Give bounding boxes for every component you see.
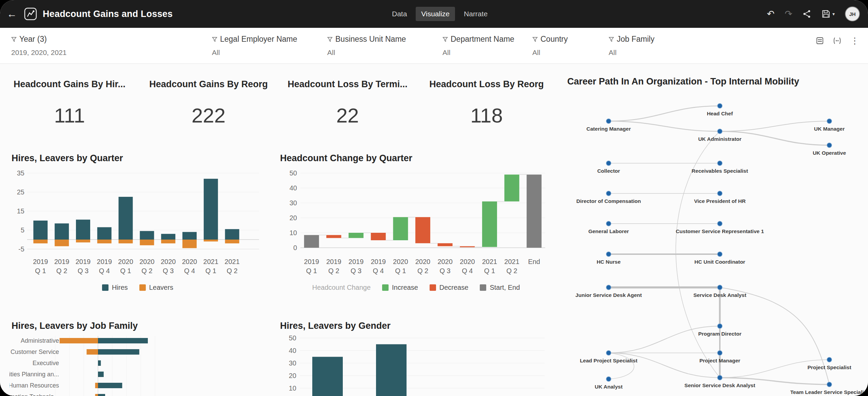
svg-text:UK Administrator: UK Administrator [698,136,742,142]
kpi-loss-by-reorg[interactable]: Headcount Loss By Reorg 118 [417,70,556,140]
chart-hires-leavers-quarter[interactable]: Hires, Leavers by Quarter 3525155-52019Q… [7,150,269,309]
svg-text:UK Operative: UK Operative [813,150,846,156]
svg-text:Information Technolo...: Information Technolo... [9,393,59,396]
dashboard-canvas: Headcount Gains By Hir... 111 Headcount … [0,64,868,396]
chart-title: Hires, Leavers by Quarter [7,150,269,166]
bar-chart[interactable]: 5040302010 [280,333,551,396]
svg-text:Junior Service Desk Agent: Junior Service Desk Agent [575,292,642,298]
filter-menu-icon[interactable]: ⋮ [850,37,859,44]
waterfall-chart[interactable]: 504030201002019Q 12019Q 22019Q 32019Q 42… [280,166,551,281]
redo-icon[interactable]: ↷ [785,8,792,19]
svg-text:15: 15 [17,207,24,215]
filter-legal-employer[interactable]: Legal Employer Name All [212,28,327,63]
filter-label: Year (3) [19,35,47,44]
filter-country[interactable]: Country All [532,28,609,63]
chart-hires-leavers-job-family[interactable]: Hires, Leavers by Job Family Administrat… [7,317,269,396]
legend-label: Increase [392,284,418,291]
svg-text:2019: 2019 [326,258,341,265]
kpi-gains-by-reorg[interactable]: Headcount Gains By Reorg 222 [139,70,278,140]
svg-text:Project Manager: Project Manager [699,358,741,363]
save-button[interactable]: ▾ [822,10,835,18]
filter-value: 2019, 2020, 2021 [11,49,212,57]
filter-bar: Year (3) 2019, 2020, 2021 Legal Employer… [0,28,868,64]
tab-data[interactable]: Data [387,7,412,21]
svg-text:Catering Manager: Catering Manager [587,126,631,132]
chart-title: Hires, Leavers by Gender [275,317,557,333]
filter-value: All [442,49,532,57]
diverging-bar-chart[interactable]: AdministrativeCustomer ServiceExecutiveF… [9,333,266,396]
svg-text:Q 4: Q 4 [373,267,384,275]
svg-text:Head Chef: Head Chef [707,111,733,116]
chart-headcount-change-quarter[interactable]: Headcount Change by Quarter 504030201002… [275,150,557,309]
filter-icon [327,37,333,42]
svg-text:HC Nurse: HC Nurse [597,259,621,265]
svg-text:50: 50 [289,334,296,342]
svg-text:2020: 2020 [415,258,431,265]
back-icon[interactable]: ← [0,8,24,20]
kpi-title: Headcount Gains By Reorg [139,79,278,90]
svg-text:10: 10 [289,384,296,392]
legend-label: Hires [112,284,128,291]
svg-text:Q 3: Q 3 [78,267,88,275]
svg-text:Q 2: Q 2 [417,267,428,275]
kpi-title: Headcount Gains By Hir... [0,79,139,90]
tab-narrate[interactable]: Narrate [458,7,493,21]
svg-text:35: 35 [17,169,24,177]
tab-visualize[interactable]: Visualize [416,7,455,21]
filter-department[interactable]: Department Name All [442,28,532,63]
svg-text:25: 25 [17,188,24,196]
kpi-value: 111 [0,104,139,127]
svg-text:Q 2: Q 2 [506,267,517,275]
chart-career-path-network[interactable]: Career Path In An Organization - Top Int… [563,72,865,396]
svg-text:30: 30 [290,199,297,207]
chart-title: Headcount Change by Quarter [275,150,557,166]
svg-text:2021: 2021 [504,258,519,265]
kpi-loss-by-termination[interactable]: Headcount Loss By Termi... 22 [278,70,417,140]
filter-value: All [327,49,442,57]
page-title: Headcount Gains and Losses [43,9,173,19]
svg-text:HC Unit Coordinator: HC Unit Coordinator [694,259,745,265]
filter-icon [609,37,614,42]
avatar[interactable]: JH [845,6,860,21]
svg-text:2021: 2021 [203,258,219,265]
svg-text:2019: 2019 [97,258,112,265]
legend-label: Leavers [149,284,173,291]
filter-year[interactable]: Year (3) 2019, 2020, 2021 [11,28,212,63]
svg-text:Customer Service Representativ: Customer Service Representative 1 [676,228,764,234]
svg-text:30: 30 [289,359,296,367]
svg-text:General Laborer: General Laborer [588,228,629,234]
svg-text:2020: 2020 [182,258,197,265]
filter-job-family[interactable]: Job Family All [609,28,676,63]
kpi-title: Headcount Loss By Reorg [417,79,556,90]
svg-text:Project Specialist: Project Specialist [807,364,851,370]
filter-icon [11,37,17,42]
svg-text:Human Resources: Human Resources [9,382,59,389]
filter-business-unit[interactable]: Business Unit Name All [327,28,442,63]
kpi-gains-by-hire[interactable]: Headcount Gains By Hir... 111 [0,70,139,140]
network-diagram[interactable]: Head ChefCatering ManagerUK Administrato… [563,90,865,395]
filter-label: Business Unit Name [335,35,406,44]
undo-icon[interactable]: ↶ [767,8,775,19]
expression-filter-icon[interactable] [833,37,842,45]
svg-text:Q 3: Q 3 [440,267,451,275]
filter-icon [532,37,538,42]
filter-icon [442,37,448,42]
top-bar: ← Headcount Gains and Losses Data Visual… [0,0,868,28]
svg-text:2019: 2019 [76,258,91,265]
bar-chart[interactable]: 3525155-52019Q 12019Q 22019Q 32019Q 4202… [9,166,266,281]
share-icon[interactable] [803,10,811,18]
filter-controls-icon[interactable] [816,37,824,45]
svg-text:Q 4: Q 4 [184,267,195,275]
svg-text:2020: 2020 [139,258,155,265]
filter-label: Department Name [451,35,514,44]
save-caret-icon: ▾ [832,11,835,17]
chart-hires-leavers-gender[interactable]: Hires, Leavers by Gender 5040302010 [275,317,557,396]
legend-measure-label: Headcount Change [312,284,371,291]
filter-label: Job Family [617,35,654,44]
svg-text:Q 2: Q 2 [226,267,237,275]
svg-text:2020: 2020 [393,258,408,265]
svg-text:UK Manager: UK Manager [814,126,845,132]
svg-text:Service Desk Analyst: Service Desk Analyst [693,292,746,298]
svg-text:20: 20 [289,372,296,379]
svg-text:Customer Service: Customer Service [11,348,59,355]
